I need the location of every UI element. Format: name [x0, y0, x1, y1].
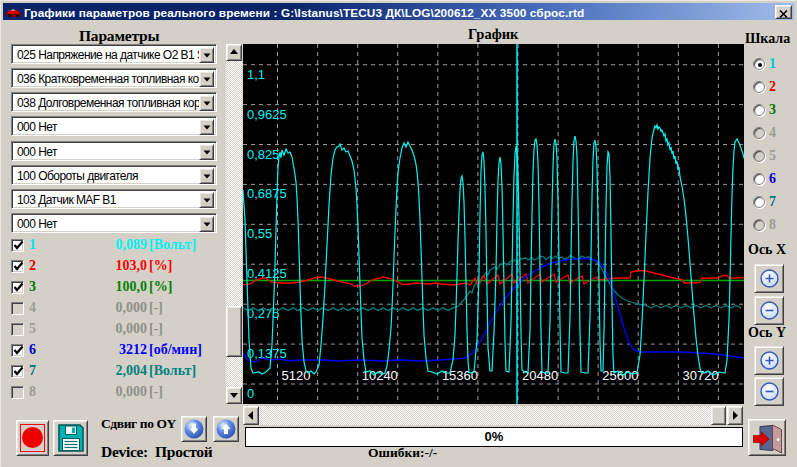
svg-text:0,55: 0,55: [247, 226, 272, 241]
svg-text:0,825: 0,825: [247, 147, 280, 162]
svg-text:25600: 25600: [602, 368, 638, 383]
svg-text:0: 0: [247, 386, 254, 401]
svg-text:0,6875: 0,6875: [247, 186, 287, 201]
svg-text:1,1: 1,1: [247, 67, 265, 82]
svg-text:0,9625: 0,9625: [247, 107, 287, 122]
svg-text:15360: 15360: [442, 368, 478, 383]
svg-text:10240: 10240: [362, 368, 398, 383]
svg-text:20480: 20480: [522, 368, 558, 383]
